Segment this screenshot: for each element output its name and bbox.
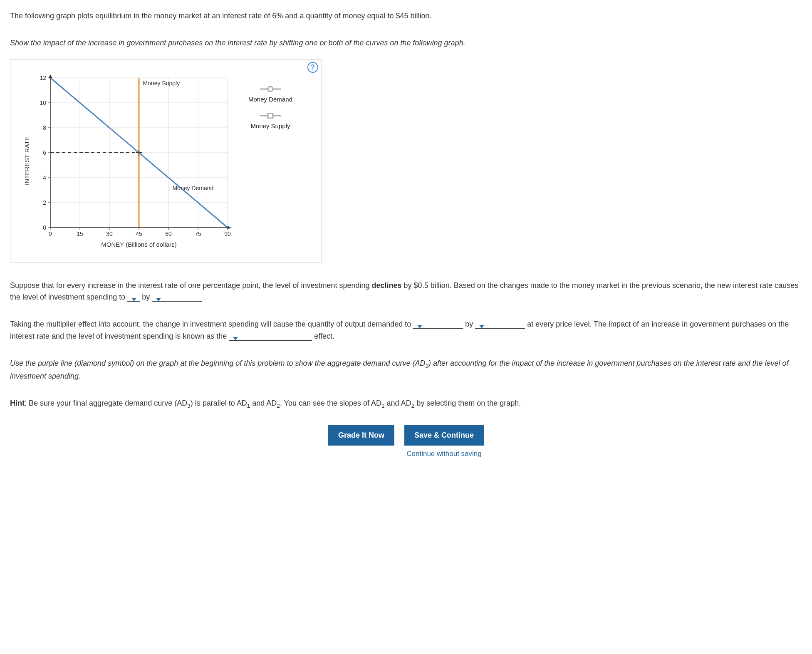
svg-text:45: 45 (136, 230, 142, 237)
svg-text:Money Supply: Money Supply (143, 80, 180, 87)
help-icon[interactable]: ? (307, 62, 318, 73)
y-axis-label: INTEREST RATE (20, 136, 32, 185)
caret-down-icon (417, 325, 422, 328)
subscript: 3 (187, 402, 191, 409)
text: . You can see the slopes of AD (280, 399, 381, 407)
svg-rect-55 (268, 113, 273, 118)
svg-text:6: 6 (43, 149, 46, 156)
svg-text:75: 75 (195, 230, 201, 237)
text: Suppose that for every increase in the i… (10, 281, 372, 290)
dropdown-effect[interactable] (229, 337, 312, 341)
text: by (142, 293, 152, 301)
continue-without-saving-link[interactable]: Continue without saving (406, 448, 482, 459)
paragraph-hint: Hint: Be sure your final aggregate deman… (10, 397, 802, 410)
subscript: 2 (277, 402, 280, 409)
text: Taking the multiplier effect into accoun… (10, 320, 413, 328)
text: . (204, 293, 206, 301)
instruction-text: Show the impact of the increase in gover… (10, 37, 802, 49)
svg-text:4: 4 (43, 174, 46, 181)
subscript: 1 (381, 402, 385, 409)
caret-down-icon (131, 298, 136, 301)
chart-legend: Money Demand Money Supply (248, 86, 292, 131)
subscript: 3 (426, 362, 429, 369)
dropdown-amount-1[interactable] (152, 298, 202, 302)
svg-text:0: 0 (43, 224, 46, 231)
svg-text:8: 8 (43, 124, 46, 131)
intro-text: The following graph plots equilibrium in… (10, 10, 802, 22)
svg-text:30: 30 (106, 230, 113, 237)
svg-point-53 (268, 87, 273, 92)
svg-text:10: 10 (40, 99, 46, 106)
svg-marker-19 (228, 226, 231, 229)
svg-text:MONEY (Billions of dollars): MONEY (Billions of dollars) (101, 241, 176, 248)
text: by (465, 320, 475, 328)
caret-down-icon (156, 298, 161, 301)
text: effect. (314, 332, 334, 340)
svg-text:15: 15 (77, 230, 83, 237)
caret-down-icon (233, 337, 238, 340)
legend-money-supply[interactable]: Money Supply (248, 113, 292, 131)
legend-label: Money Demand (248, 94, 292, 104)
caret-down-icon (479, 325, 484, 328)
footer-buttons: Grade It Now Save & Continue Continue wi… (10, 425, 802, 459)
chart-area[interactable]: INTEREST RATE 0153045607590024681012MONE… (20, 69, 232, 253)
grade-button[interactable]: Grade It Now (328, 425, 394, 446)
graph-card: ? INTEREST RATE 0153045607590024681012MO… (10, 59, 322, 263)
text: Use the purple line (diamond symbol) on … (10, 359, 426, 367)
svg-text:0: 0 (49, 230, 52, 237)
dropdown-amount-2[interactable] (475, 325, 525, 329)
subscript: 2 (411, 402, 415, 409)
circle-marker-icon (260, 86, 281, 92)
text: and AD (385, 399, 411, 407)
legend-money-demand[interactable]: Money Demand (248, 86, 292, 104)
chart-svg[interactable]: 0153045607590024681012MONEY (Billions of… (32, 69, 232, 253)
svg-text:60: 60 (165, 230, 172, 237)
hint-label: Hint (10, 399, 25, 407)
svg-marker-20 (49, 74, 52, 78)
text: : Be sure your final aggregate demand cu… (25, 399, 187, 407)
text: ) is parallel to AD (191, 399, 247, 407)
dropdown-direction-2[interactable] (413, 325, 463, 329)
svg-text:12: 12 (40, 74, 46, 81)
svg-text:Money Demand: Money Demand (172, 185, 213, 191)
text: and AD (250, 399, 277, 407)
paragraph-multiplier: Taking the multiplier effect into accoun… (10, 318, 802, 342)
paragraph-ad3-instruction: Use the purple line (diamond symbol) on … (10, 357, 802, 382)
svg-text:90: 90 (224, 230, 231, 237)
text: by selecting them on the graph. (414, 399, 521, 407)
text-bold: declines (372, 281, 402, 290)
dropdown-direction-1[interactable] (127, 298, 140, 302)
save-continue-button[interactable]: Save & Continue (404, 425, 484, 446)
svg-text:2: 2 (43, 199, 46, 206)
paragraph-investment: Suppose that for every increase in the i… (10, 280, 802, 304)
square-marker-icon (260, 113, 281, 119)
legend-label: Money Supply (250, 121, 290, 131)
